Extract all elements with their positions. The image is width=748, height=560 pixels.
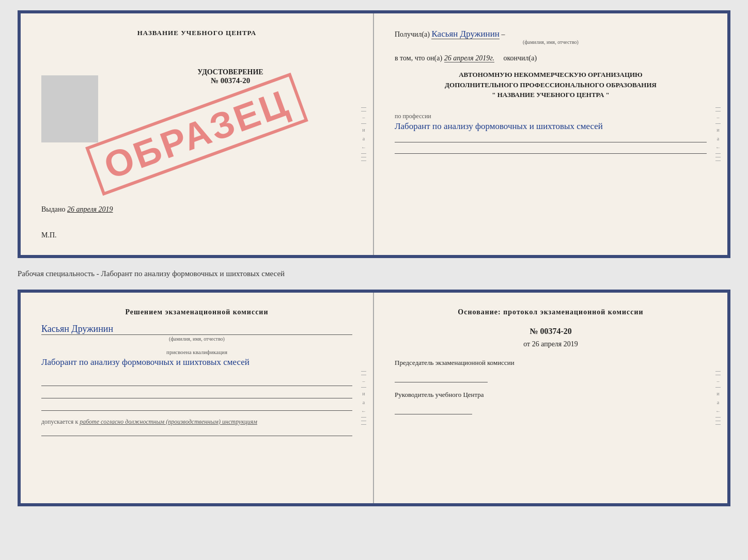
cert-mp: М.П. [41,231,57,239]
chairman-block: Председатель экзаменационной комиссии [395,359,707,382]
qualification-label: присвоена квалификация [41,349,352,355]
deco-line [361,153,366,154]
deco-line [361,421,366,421]
deco-line [361,111,366,111]
deco-char: – [717,378,720,384]
deco-line [361,371,366,372]
org-block: АВТОНОМНУЮ НЕКОММЕРЧЕСКУЮ ОРГАНИЗАЦИЮ ДО… [395,70,707,100]
date-suffix: окончил(а) [503,54,537,62]
decision-title: Решением экзаменационной комиссии [41,308,352,316]
issued-date: 26 апреля 2019 [67,205,113,213]
top-right-panel: Получил(а) Касьян Дружинин – (фамилия, и… [374,13,727,255]
qualification-value: Лаборант по анализу формовочных и шихтов… [41,356,352,369]
chairman-label: Председатель экзаменационной комиссии [395,359,707,367]
profession-value: Лаборант по анализу формовочных и шихтов… [395,120,707,133]
deco-line [715,387,721,388]
bottom-right-deco: – и а ← [714,293,722,503]
profession-block: по профессии Лаборант по анализу формово… [395,113,707,154]
deco-line [361,123,366,124]
deco-char: и [362,391,365,396]
deco-line [715,371,721,372]
org-line3: " НАЗВАНИЕ УЧЕБНОГО ЦЕНТРА " [395,90,707,100]
deco-line [361,157,366,157]
received-line: Получил(а) Касьян Дружинин – (фамилия, и… [395,29,707,45]
dash: – [501,30,505,38]
deco-char: – [363,378,365,384]
cert-issued: Выдано 26 апреля 2019 [41,205,113,214]
bottom-right-panel: Основание: протокол экзаменационной коми… [374,293,727,503]
deco-char: и [716,391,719,396]
deco-char: а [717,399,719,405]
top-left-title: НАЗВАНИЕ УЧЕБНОГО ЦЕНТРА [41,29,352,37]
profession-label: по профессии [395,113,707,120]
deco-line [361,161,366,161]
deco-line [715,157,721,157]
deco-char: и [716,127,719,133]
sample-stamp: ОБРАЗЕЦ [85,73,308,196]
deco-char: ← [361,145,366,150]
bottom-left-deco: – и а ← [360,293,368,503]
date-value: 26 апреля 2019г. [444,54,494,62]
deco-line [715,111,721,111]
deco-line [715,375,721,375]
person-name: Касьян Дружинин [41,324,352,335]
deco-char: а [717,136,719,141]
deco-line [361,107,366,108]
org-line2: ДОПОЛНИТЕЛЬНОГО ПРОФЕССИОНАЛЬНОГО ОБРАЗО… [395,80,707,90]
bottom-certificate-card: Решением экзаменационной комиссии Касьян… [18,290,730,506]
date-line: в том, что он(а) 26 апреля 2019г. окончи… [395,54,707,62]
deco-line [715,161,721,161]
bottom-name-hint: (фамилия, имя, отчество) [41,336,352,342]
deco-line [715,421,721,421]
received-prefix: Получил(а) [395,30,430,38]
deco-line [715,107,721,108]
description-line: Рабочая специальность - Лаборант по анал… [18,266,730,281]
issued-label: Выдано [41,205,66,213]
director-signature-line [395,402,472,414]
director-block: Руководитель учебного Центра [395,391,707,414]
protocol-date-prefix: от [523,340,530,348]
sign-line-1 [41,378,352,386]
photo-placeholder [41,75,98,142]
right-side-decoration: – и а ← [714,13,722,255]
org-line1: АВТОНОМНУЮ НЕКОММЕРЧЕСКУЮ ОРГАНИЗАЦИЮ [395,70,707,80]
basis-title: Основание: протокол экзаменационной коми… [395,308,707,316]
deco-line [715,417,721,418]
protocol-number: № 00374-20 [395,327,707,336]
deco-char: а [363,399,365,405]
cert-label: УДОСТОВЕРЕНИЕ [108,68,352,76]
received-name: Касьян Дружинин [431,29,499,39]
top-certificate-card: НАЗВАНИЕ УЧЕБНОГО ЦЕНТРА УДОСТОВЕРЕНИЕ №… [18,10,730,258]
date-prefix: в том, что он(а) [395,54,442,62]
protocol-date-value: 26 апреля 2019 [532,340,578,348]
chairman-signature-line [395,370,488,382]
protocol-date: от 26 апреля 2019 [395,340,707,348]
deco-line [361,375,366,375]
allow-text: допускается к работе согласно должностны… [41,418,352,426]
deco-char: а [363,136,365,141]
deco-char: ← [715,408,721,414]
bottom-left-panel: Решением экзаменационной комиссии Касьян… [21,293,374,503]
person-name-block: Касьян Дружинин (фамилия, имя, отчество) [41,324,352,342]
deco-line [361,424,366,425]
deco-char: и [362,127,365,133]
allow-value: работе согласно должностным (производств… [80,418,257,425]
allow-prefix: допускается к [41,418,78,425]
left-side-decoration: – и а ← [360,13,368,255]
deco-line [715,123,721,124]
name-hint: (фамилия, имя, отчество) [395,39,707,45]
cert-info-block: УДОСТОВЕРЕНИЕ № 00374-20 [108,68,352,85]
director-label: Руководитель учебного Центра [395,391,707,399]
deco-line [361,387,366,388]
deco-char: ← [715,145,721,150]
cert-number: № 00374-20 [108,76,352,85]
deco-char: ← [361,408,366,414]
sign-line-2 [41,390,352,398]
top-left-panel: НАЗВАНИЕ УЧЕБНОГО ЦЕНТРА УДОСТОВЕРЕНИЕ №… [21,13,374,255]
deco-char: – [363,115,365,120]
deco-line [715,424,721,425]
sign-line-3 [41,403,352,411]
signature-lines [41,378,352,411]
deco-char: – [717,115,720,120]
deco-line [361,417,366,418]
